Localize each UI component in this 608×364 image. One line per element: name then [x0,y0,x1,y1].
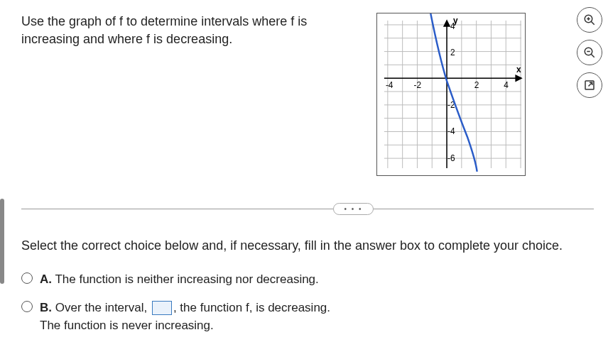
svg-line-30 [591,54,595,57]
choice-b-line2: The function is never increasing. [40,319,214,332]
x-axis-label: x [516,65,521,75]
answer-box-b[interactable] [152,301,172,315]
divider-line [21,209,594,209]
x-tick: -2 [414,80,422,90]
svg-line-26 [591,21,595,25]
question-text: Use the graph of f to determine interval… [21,13,362,48]
y-tick: -4 [447,126,455,136]
popout-icon [583,79,596,92]
radio-a[interactable] [21,272,33,284]
choice-a-text: The function is neither increasing nor d… [55,272,318,286]
zoom-out-button[interactable] [577,40,602,65]
choice-b-before: Over the interval, [55,301,151,314]
x-tick: 2 [474,80,479,90]
choice-b[interactable]: B. Over the interval, , the function f, … [21,299,594,335]
choice-b-after: , the function f, is decreasing. [173,301,330,314]
curve-f [430,13,477,172]
divider: • • • [21,200,594,217]
y-tick: -6 [447,153,455,163]
y-tick: 4 [450,21,455,31]
graph-area: y x -4 -2 2 4 4 2 -2 -4 -6 [376,13,533,179]
choice-b-letter: B. [40,301,52,314]
x-tick: 4 [504,80,509,90]
zoom-out-icon [583,46,596,59]
x-tick: -4 [386,80,393,90]
choices: A. The function is neither increasing no… [21,270,594,335]
content-area: Use the graph of f to determine interval… [0,0,608,358]
svg-marker-24 [444,21,450,26]
y-tick: 2 [450,48,455,57]
instruction-text: Select the correct choice below and, if … [21,238,594,253]
zoom-in-icon [583,13,596,26]
choice-a-letter: A. [40,272,52,286]
zoom-in-button[interactable] [577,7,602,33]
question-row: Use the graph of f to determine interval… [21,13,594,179]
expand-button[interactable]: • • • [333,203,373,215]
choice-a[interactable]: A. The function is neither increasing no… [21,270,594,289]
popout-button[interactable] [577,72,602,98]
graph-toolbar [577,7,602,98]
radio-b[interactable] [21,301,33,312]
function-graph: y x -4 -2 2 4 4 2 -2 -4 -6 [376,13,526,176]
